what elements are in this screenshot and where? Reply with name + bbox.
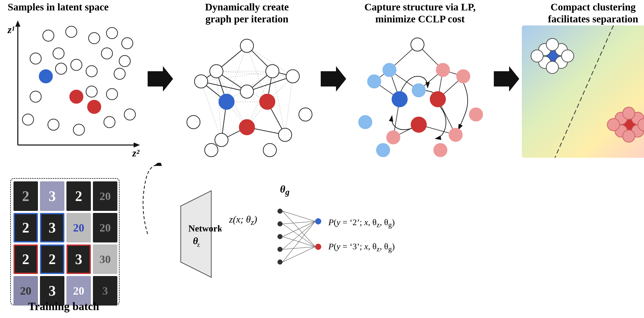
svg-point-132	[562, 50, 574, 62]
svg-point-11	[30, 53, 41, 64]
svg-point-112	[457, 70, 470, 83]
svg-text:Network: Network	[188, 223, 221, 234]
svg-point-27	[73, 124, 85, 135]
batch-img-7: 20	[66, 213, 91, 242]
svg-point-147	[277, 209, 283, 214]
svg-point-150	[277, 247, 283, 252]
arrow3	[494, 0, 519, 158]
batch-img-3: 2	[66, 181, 91, 211]
svg-point-131	[531, 50, 543, 62]
batch-img-10: 2	[40, 244, 64, 274]
svg-point-86	[219, 94, 234, 109]
batch-grid: 2 3 2 20 2 3 20 20 2 2 3 30 20 3 20 3	[10, 178, 120, 305]
svg-point-129	[546, 38, 558, 51]
svg-point-138	[623, 107, 635, 119]
theta-g-label: θg	[280, 183, 289, 197]
svg-point-75	[240, 39, 254, 52]
batch-img-1: 2	[13, 181, 38, 211]
svg-point-9	[106, 27, 118, 39]
feedback-arrow	[127, 163, 163, 239]
svg-point-79	[194, 75, 208, 88]
arrow3-svg	[494, 66, 519, 92]
svg-point-22	[88, 100, 101, 113]
panel2-caption: Dynamically create graph per iteration	[176, 1, 318, 25]
svg-text:z: z	[197, 241, 200, 248]
arrow2-svg	[321, 66, 346, 92]
batch-img-11: 3	[66, 244, 91, 274]
network-trapezoid: Network θ z	[171, 186, 221, 282]
svg-point-88	[239, 120, 255, 135]
svg-point-80	[215, 133, 228, 147]
root: Samples in latent space z¹ z²	[0, 0, 644, 318]
svg-point-78	[286, 70, 299, 83]
arrow1	[148, 0, 173, 158]
svg-point-25	[22, 114, 34, 125]
svg-point-130	[546, 61, 558, 74]
batch-img-4: 20	[93, 181, 117, 211]
svg-point-21	[86, 86, 97, 97]
svg-text:z²: z²	[132, 147, 140, 159]
svg-marker-2	[15, 20, 20, 27]
formula-blue: P(y = ‘2’; x, θz, θg)	[328, 218, 395, 229]
svg-line-74	[247, 76, 293, 92]
batch-img-5: 2	[13, 213, 38, 242]
svg-point-77	[266, 65, 279, 78]
svg-point-118	[376, 143, 390, 157]
panel4-caption: Compact clustering facilitates separatio…	[522, 1, 644, 25]
svg-marker-3	[134, 142, 140, 148]
svg-point-139	[623, 130, 635, 142]
svg-point-87	[260, 94, 275, 109]
compact-svg	[522, 25, 644, 158]
svg-point-8	[89, 33, 100, 44]
svg-point-107	[383, 63, 396, 77]
svg-line-53	[201, 81, 221, 140]
svg-point-19	[114, 68, 125, 79]
svg-point-116	[449, 128, 462, 141]
latent-space-chart: z¹ z²	[3, 18, 145, 160]
arrow2	[321, 0, 346, 158]
mlp-svg	[275, 196, 326, 277]
svg-marker-30	[148, 66, 173, 92]
panel1-caption: Samples in latent space	[8, 1, 130, 13]
svg-point-148	[277, 221, 283, 226]
panel2-graph: Dynamically create graph per iteration	[173, 0, 321, 158]
svg-point-16	[55, 63, 67, 74]
svg-point-18	[86, 66, 97, 77]
svg-point-15	[39, 70, 52, 83]
svg-point-14	[119, 55, 130, 67]
batch-img-9: 2	[13, 244, 38, 274]
panel1-latent-space: Samples in latent space z¹ z²	[0, 0, 148, 158]
svg-point-76	[210, 65, 223, 78]
svg-point-109	[392, 92, 407, 107]
svg-point-6	[43, 30, 54, 41]
training-batch-panel: 2 3 2 20 2 3 20 20 2 2 3 30 20 3 20 3	[5, 163, 127, 315]
svg-marker-143	[181, 191, 211, 277]
svg-marker-121	[494, 66, 519, 92]
svg-point-110	[412, 84, 425, 97]
svg-point-28	[104, 117, 115, 128]
svg-marker-90	[321, 66, 346, 92]
graph-svg	[176, 25, 318, 160]
svg-point-29	[124, 109, 135, 120]
batch-img-6: 3	[40, 213, 64, 242]
svg-point-119	[359, 115, 372, 129]
top-row: Samples in latent space z¹ z²	[0, 0, 644, 158]
svg-point-81	[278, 128, 292, 141]
svg-point-153	[315, 244, 321, 250]
svg-text:z¹: z¹	[7, 24, 15, 35]
lp-graph-svg	[349, 25, 491, 160]
svg-point-106	[411, 38, 424, 51]
panel3-caption: Capture structure via LP, minimize CCLP …	[349, 1, 491, 25]
svg-point-113	[430, 92, 445, 107]
svg-point-7	[66, 26, 77, 37]
svg-point-151	[277, 259, 283, 265]
svg-point-120	[469, 108, 483, 121]
batch-img-2: 3	[40, 181, 64, 211]
svg-point-85	[299, 108, 312, 121]
svg-point-20	[70, 90, 83, 103]
panel3-lp-graph: Capture structure via LP, minimize CCLP …	[346, 0, 494, 158]
batch-img-8: 20	[93, 213, 117, 242]
svg-point-17	[71, 59, 82, 70]
svg-point-111	[436, 63, 450, 77]
feedback-arrow-container	[127, 158, 163, 310]
